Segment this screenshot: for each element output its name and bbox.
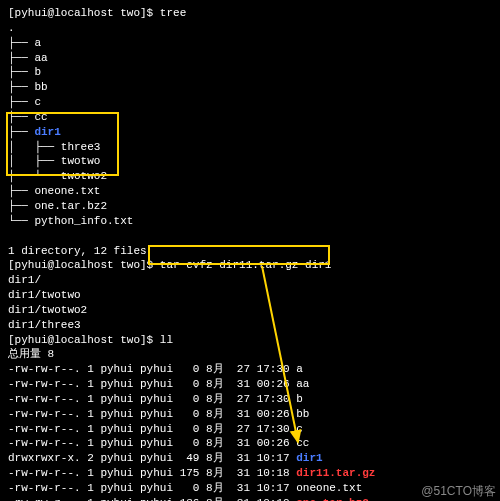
tar-out-0: dir1/ xyxy=(8,273,492,288)
tree-item-pyinfo: └── python_info.txt xyxy=(8,214,492,229)
ll-row: -rw-rw-r--. 1 pyhui pyhui 0 8月 31 00:26 … xyxy=(8,377,492,392)
command-tree: tree xyxy=(160,7,186,19)
ll-row: -rw-rw-r--. 1 pyhui pyhui 175 8月 31 10:1… xyxy=(8,466,492,481)
tree-item-oneone: ├── oneone.txt xyxy=(8,184,492,199)
ll-row: -rw-rw-r--. 1 pyhui pyhui 0 8月 27 17:30 … xyxy=(8,422,492,437)
ll-total: 总用量 8 xyxy=(8,347,492,362)
tree-item-cc: ├── cc xyxy=(8,110,492,125)
tree-item-c: ├── c xyxy=(8,95,492,110)
ll-row: -rw-rw-r--. 1 pyhui pyhui 0 8月 31 10:17 … xyxy=(8,481,492,496)
prompt-line-tree: [pyhui@localhost two]$ tree xyxy=(8,6,492,21)
command-ll: ll xyxy=(160,334,173,346)
tree-summary: 1 directory, 12 files xyxy=(8,244,492,259)
tree-item-onetar: ├── one.tar.bz2 xyxy=(8,199,492,214)
prompt: [pyhui@localhost two]$ xyxy=(8,7,160,19)
tree-item-b: ├── b xyxy=(8,65,492,80)
prompt-line-ll: [pyhui@localhost two]$ ll xyxy=(8,333,492,348)
tree-root: . xyxy=(8,21,492,36)
ll-row: -rw-rw-r--. 1 pyhui pyhui 0 8月 27 17:30 … xyxy=(8,362,492,377)
blank-line xyxy=(8,229,492,244)
ll-listing: -rw-rw-r--. 1 pyhui pyhui 0 8月 27 17:30 … xyxy=(8,362,492,501)
tar-out-2: dir1/twotwo2 xyxy=(8,303,492,318)
tree-item-twotwo: │ ├── twotwo xyxy=(8,154,492,169)
ll-row: -rw-rw-r--. 1 pyhui pyhui 0 8月 31 00:26 … xyxy=(8,436,492,451)
prompt: [pyhui@localhost two]$ xyxy=(8,259,160,271)
tree-item-three3: │ ├── three3 xyxy=(8,140,492,155)
dir1-label: dir1 xyxy=(34,126,60,138)
tree-item-twotwo2: │ └── twotwo2 xyxy=(8,169,492,184)
prompt: [pyhui@localhost two]$ xyxy=(8,334,160,346)
command-tar: tar cvfz dir11.tar.gz dir1 xyxy=(160,259,332,271)
ll-row: -rw-rw-r--. 1 pyhui pyhui 0 8月 31 00:26 … xyxy=(8,407,492,422)
prompt-line-tar: [pyhui@localhost two]$ tar cvfz dir11.ta… xyxy=(8,258,492,273)
tar-out-1: dir1/twotwo xyxy=(8,288,492,303)
ll-row: drwxrwxr-x. 2 pyhui pyhui 49 8月 31 10:17… xyxy=(8,451,492,466)
tar-out-3: dir1/three3 xyxy=(8,318,492,333)
tree-item-a: ├── a xyxy=(8,36,492,51)
tree-item-aa: ├── aa xyxy=(8,51,492,66)
ll-row: -rw-rw-r--. 1 pyhui pyhui 0 8月 27 17:30 … xyxy=(8,392,492,407)
ll-row: -rw-rw-r--. 1 pyhui pyhui 136 8月 31 10:1… xyxy=(8,496,492,501)
tree-item-dir1: ├── dir1 xyxy=(8,125,492,140)
tree-item-bb: ├── bb xyxy=(8,80,492,95)
watermark: @51CTO博客 xyxy=(421,483,496,499)
